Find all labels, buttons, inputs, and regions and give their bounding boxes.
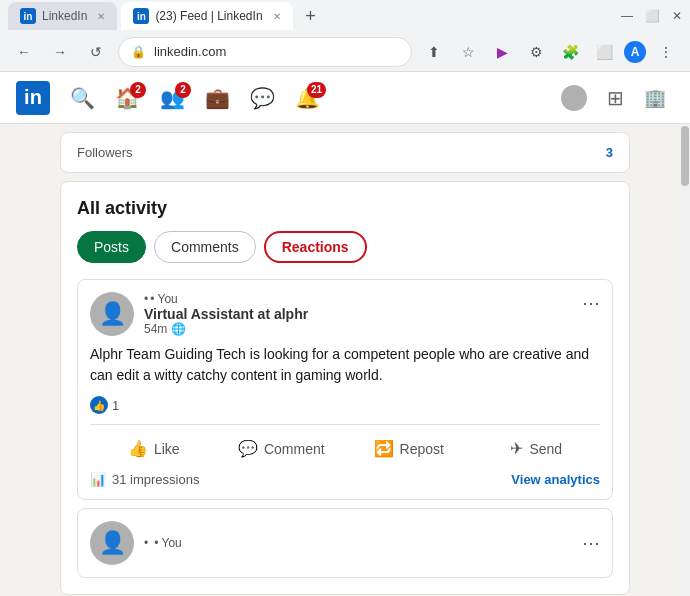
like-label: Like	[154, 441, 180, 457]
nav-search[interactable]: 🔍	[62, 82, 103, 114]
send-button[interactable]: ✈ Send	[473, 433, 601, 464]
url-text: linkedin.com	[154, 44, 399, 59]
address-bar: ← → ↺ 🔒 linkedin.com ⬆ ☆ ▶ ⚙ 🧩 ⬜ A ⋮	[0, 32, 690, 72]
like-reaction-icon: 👍	[90, 396, 108, 414]
send-icon: ✈	[510, 439, 523, 458]
linkedin-navbar: in 🔍 🏠 2 👥 2 💼 💬 🔔 21	[0, 72, 690, 124]
maximize-button[interactable]: ⬜	[645, 9, 660, 23]
reload-button[interactable]: ↺	[82, 38, 110, 66]
post-header: 👤 • • You Virtual Assistant at alphr 54m…	[90, 292, 600, 336]
tab-view-icon[interactable]: ⬜	[590, 38, 618, 66]
url-bar[interactable]: 🔒 linkedin.com	[118, 37, 412, 67]
li-active-tab-icon: in	[133, 8, 149, 24]
main-content: Followers 3 All activity Posts Comments …	[0, 124, 690, 596]
like-count-value: 1	[112, 398, 119, 413]
window-controls: — ⬜ ✕	[621, 9, 682, 23]
post-author-name: Virtual Assistant at alphr	[144, 306, 582, 322]
impressions: 📊 31 impressions	[90, 472, 199, 487]
nav-messaging[interactable]: 💬	[242, 82, 283, 114]
post-meta: • • You Virtual Assistant at alphr 54m 🌐	[144, 292, 582, 336]
nav-grid[interactable]: ⊞	[599, 82, 632, 114]
user-avatar	[561, 85, 587, 111]
posts-tab[interactable]: Posts	[77, 231, 146, 263]
repost-label: Repost	[400, 441, 444, 457]
post-text: Alphr Team Guiding Tech is looking for a…	[90, 344, 600, 386]
notifications-badge: 21	[307, 82, 326, 98]
forward-button[interactable]: →	[46, 38, 74, 66]
li-tab-icon: in	[20, 8, 36, 24]
second-dot: •	[144, 536, 148, 550]
back-button[interactable]: ←	[10, 38, 38, 66]
bookmark-icon[interactable]: ☆	[454, 38, 482, 66]
post-time-value: 54m	[144, 322, 167, 336]
globe-icon: 🌐	[171, 322, 186, 336]
scrollbar-thumb[interactable]	[681, 126, 689, 186]
inactive-tab-label: LinkedIn	[42, 9, 87, 23]
second-post-header: 👤 • • You ⋯	[90, 521, 600, 565]
post-actions: 👍 Like 💬 Comment 🔁 Repost ✈ Send	[90, 424, 600, 464]
post-card: 👤 • • You Virtual Assistant at alphr 54m…	[77, 279, 613, 500]
nav-network[interactable]: 👥 2	[152, 82, 193, 114]
comments-tab[interactable]: Comments	[154, 231, 256, 263]
new-tab-button[interactable]: +	[297, 2, 325, 30]
like-count-row: 👍 1	[90, 396, 600, 414]
puzzle-icon[interactable]: 🧩	[556, 38, 584, 66]
post-avatar: 👤	[90, 292, 134, 336]
second-post-card: 👤 • • You ⋯	[77, 508, 613, 578]
impressions-count: 31 impressions	[112, 472, 199, 487]
repost-button[interactable]: 🔁 Repost	[345, 433, 473, 464]
post-you-label: • • You	[144, 292, 582, 306]
followers-count[interactable]: 3	[606, 145, 613, 160]
share-icon[interactable]: ⬆	[420, 38, 448, 66]
comment-icon: 💬	[238, 439, 258, 458]
close-button[interactable]: ✕	[672, 9, 682, 23]
nav-work[interactable]: 🏢	[636, 83, 674, 113]
reactions-tab[interactable]: Reactions	[264, 231, 367, 263]
minimize-button[interactable]: —	[621, 9, 633, 23]
active-tab[interactable]: in (23) Feed | LinkedIn ✕	[121, 2, 292, 30]
post-more-button[interactable]: ⋯	[582, 292, 600, 314]
scrollbar[interactable]	[680, 124, 690, 596]
nav-notifications[interactable]: 🔔 21	[287, 82, 328, 114]
play-icon[interactable]: ▶	[488, 38, 516, 66]
send-label: Send	[529, 441, 562, 457]
post-footer: 📊 31 impressions View analytics	[90, 472, 600, 487]
home-badge: 2	[130, 82, 146, 98]
followers-bar: Followers 3	[60, 132, 630, 173]
linkedin-logo: in	[16, 81, 50, 115]
active-tab-close[interactable]: ✕	[273, 11, 281, 22]
second-post-more[interactable]: ⋯	[582, 532, 600, 554]
network-badge: 2	[175, 82, 191, 98]
activity-tabs: Posts Comments Reactions	[77, 231, 613, 263]
dot-separator: •	[144, 292, 148, 306]
title-bar: in LinkedIn ✕ in (23) Feed | LinkedIn ✕ …	[0, 0, 690, 32]
nav-icons: 🏠 2 👥 2 💼 💬 🔔 21	[107, 82, 549, 114]
nav-right: ⊞ 🏢	[553, 81, 674, 115]
nav-home[interactable]: 🏠 2	[107, 82, 148, 114]
lock-icon: 🔒	[131, 45, 146, 59]
activity-card: All activity Posts Comments Reactions 👤 …	[60, 181, 630, 595]
nav-avatar[interactable]	[553, 81, 595, 115]
activity-title: All activity	[77, 198, 613, 219]
nav-jobs[interactable]: 💼	[197, 82, 238, 114]
second-you-label: • You	[154, 536, 182, 550]
comment-label: Comment	[264, 441, 325, 457]
second-post-meta: • • You	[144, 536, 582, 550]
active-tab-label: (23) Feed | LinkedIn	[155, 9, 262, 23]
second-post-you: • • You	[144, 536, 582, 550]
extensions-icon[interactable]: ⚙	[522, 38, 550, 66]
menu-icon[interactable]: ⋮	[652, 38, 680, 66]
browser-actions: ⬆ ☆ ▶ ⚙ 🧩 ⬜ A ⋮	[420, 38, 680, 66]
view-analytics-link[interactable]: View analytics	[511, 472, 600, 487]
you-label: • You	[150, 292, 178, 306]
inactive-tab-close[interactable]: ✕	[97, 11, 105, 22]
browser-profile-avatar[interactable]: A	[624, 41, 646, 63]
comment-button[interactable]: 💬 Comment	[218, 433, 346, 464]
post-time: 54m 🌐	[144, 322, 582, 336]
repost-icon: 🔁	[374, 439, 394, 458]
like-icon: 👍	[128, 439, 148, 458]
inactive-tab[interactable]: in LinkedIn ✕	[8, 2, 117, 30]
followers-label: Followers	[77, 145, 133, 160]
second-post-avatar: 👤	[90, 521, 134, 565]
like-button[interactable]: 👍 Like	[90, 433, 218, 464]
